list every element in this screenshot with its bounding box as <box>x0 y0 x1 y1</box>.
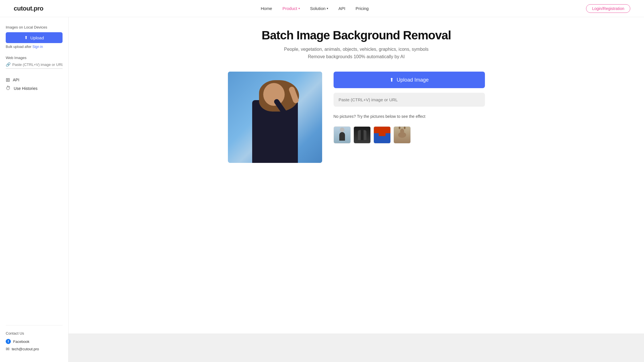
right-panel: ⬆ Upload Image No pictures? Try the pict… <box>334 72 485 143</box>
sidebar-upload-button[interactable]: ⬆ Upload <box>6 32 63 43</box>
sidebar: Images on Local Devices ⬆ Upload Bulk up… <box>0 17 69 362</box>
upload-icon: ⬆ <box>24 35 28 40</box>
sidebar-nav: ⊞ API ⏱ Use Histories <box>6 76 63 92</box>
main-nav: Home Product ▾ Solution ▾ API Pricing <box>261 6 369 11</box>
link-icon: 🔗 <box>6 62 11 67</box>
sample-image-jacket[interactable] <box>354 126 371 143</box>
facebook-icon: f <box>6 339 11 344</box>
nav-api[interactable]: API <box>338 6 345 11</box>
local-devices-section: Images on Local Devices ⬆ Upload Bulk up… <box>6 25 63 49</box>
sidebar-item-api[interactable]: ⊞ API <box>6 76 63 84</box>
web-images-section: Web Images 🔗 <box>6 56 63 69</box>
nav-product[interactable]: Product ▾ <box>282 6 300 11</box>
upload-image-icon: ⬆ <box>390 77 394 83</box>
sample-image-mario[interactable] <box>374 126 391 143</box>
history-icon: ⏱ <box>6 85 11 91</box>
logo[interactable]: cutout.pro <box>14 5 43 12</box>
web-images-label: Web Images <box>6 56 63 60</box>
url-input-wrapper: 🔗 <box>6 62 63 69</box>
main-url-input[interactable] <box>334 93 485 107</box>
api-icon: ⊞ <box>6 77 10 83</box>
no-pictures-text: No pictures? Try the pictures below to s… <box>334 114 485 120</box>
login-registration-button[interactable]: Login/Registration <box>586 4 630 13</box>
upload-image-button[interactable]: ⬆ Upload Image <box>334 72 485 88</box>
nav-pricing[interactable]: Pricing <box>356 6 369 11</box>
facebook-contact[interactable]: f Facebook <box>6 339 63 344</box>
local-section-label: Images on Local Devices <box>6 25 63 29</box>
main-inner: Batch Image Background Removal People, v… <box>69 17 644 333</box>
preview-image-container <box>228 72 322 163</box>
tool-area: ⬆ Upload Image No pictures? Try the pict… <box>228 72 485 163</box>
contact-label: Contact Us <box>6 331 63 335</box>
sign-in-link[interactable]: Sign in <box>32 45 43 49</box>
sidebar-item-use-histories[interactable]: ⏱ Use Histories <box>6 84 63 92</box>
nav-home[interactable]: Home <box>261 6 272 11</box>
sample-images-row <box>334 126 485 143</box>
sidebar-contact: Contact Us f Facebook ✉ tech@cutout.pro <box>6 325 63 354</box>
nav-solution[interactable]: Solution ▾ <box>310 6 328 11</box>
bulk-upload-text: Bulk upload after Sign in <box>6 45 63 49</box>
sidebar-url-input[interactable] <box>12 62 63 67</box>
head-shape <box>263 83 284 106</box>
email-contact[interactable]: ✉ tech@cutout.pro <box>6 346 63 352</box>
sample-image-dog[interactable] <box>394 126 411 143</box>
page-title: Batch Image Background Removal <box>262 29 451 42</box>
page-subtitle: People, vegetation, animals, objects, ve… <box>284 46 428 60</box>
solution-chevron-icon: ▾ <box>327 7 328 10</box>
header: cutout.pro Home Product ▾ Solution ▾ API… <box>0 0 644 17</box>
product-chevron-icon: ▾ <box>298 7 300 10</box>
footer-area <box>69 333 644 362</box>
email-icon: ✉ <box>6 346 9 352</box>
sample-image-person[interactable] <box>334 126 351 143</box>
app-layout: Images on Local Devices ⬆ Upload Bulk up… <box>0 17 644 362</box>
main-content: Batch Image Background Removal People, v… <box>69 17 644 362</box>
